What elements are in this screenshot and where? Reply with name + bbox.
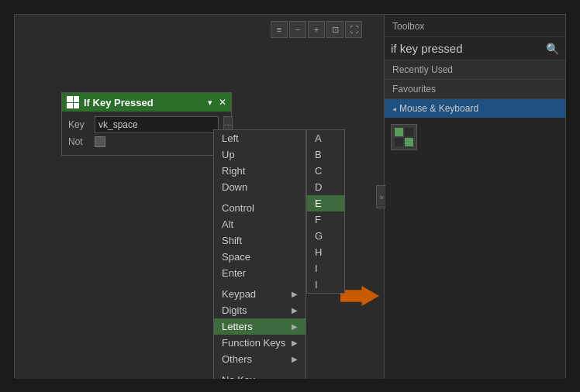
menu-item-function-keys[interactable]: Function Keys ▶	[214, 335, 306, 351]
node-header: If Key Pressed ▾ ✕	[62, 93, 231, 112]
toolbox-search-row: if key pressed 🔍	[385, 37, 565, 60]
menu-item-letters[interactable]: Letters ▶	[214, 318, 306, 335]
canvas-toolbar: ≡ − + ⊡ ⛶	[271, 21, 362, 38]
menu-item-enter[interactable]: Enter	[214, 265, 306, 281]
function-keys-submenu-arrow: ▶	[292, 339, 298, 347]
node-body: Key ⋯ Not	[62, 112, 231, 155]
menu-item-alt[interactable]: Alt	[214, 216, 306, 232]
node-icon	[67, 96, 79, 108]
not-row: Not	[68, 136, 225, 147]
node-block: If Key Pressed ▾ ✕ Key ⋯ Not	[61, 92, 232, 156]
key-input[interactable]	[95, 116, 219, 133]
zoom-in-btn[interactable]: +	[308, 21, 325, 38]
fullscreen-btn[interactable]: ⛶	[345, 21, 362, 38]
arrow-shape	[340, 286, 379, 306]
sub-menu-item-c[interactable]: C	[307, 163, 344, 179]
menu-item-space[interactable]: Space	[214, 249, 306, 265]
main-dropdown-menu: Left Up Right Down Control Alt Shift Sp	[213, 129, 306, 379]
sub-menu-item-f[interactable]: F	[307, 211, 344, 228]
menu-item-right[interactable]: Right	[214, 163, 306, 179]
key-label: Key	[68, 119, 90, 130]
menu-item-control[interactable]: Control	[214, 200, 306, 216]
node-dropdown-arrow[interactable]: ▾	[208, 98, 212, 108]
menu-item-digits[interactable]: Digits ▶	[214, 302, 306, 318]
toolbox-items-grid	[385, 118, 565, 156]
toolbox-header: Toolbox	[385, 15, 565, 37]
canvas-area: ≡ − + ⊡ ⛶ If Key Pressed ▾ ✕ Key	[15, 15, 385, 379]
others-submenu-arrow: ▶	[292, 355, 298, 363]
fit-btn[interactable]: ⊡	[326, 21, 344, 38]
arrow-indicator	[340, 286, 379, 306]
menu-item-left[interactable]: Left	[214, 130, 306, 146]
toolbox-favourites-btn[interactable]: Favourites	[385, 80, 565, 99]
toolbox-recently-used-btn[interactable]: Recently Used	[385, 60, 565, 80]
toolbox-category-arrow: ◂	[392, 105, 396, 113]
menu-item-up[interactable]: Up	[214, 146, 306, 163]
collapse-panel-btn[interactable]: »	[376, 185, 385, 208]
toolbox-category-label: Mouse & Keyboard	[399, 103, 478, 114]
toolbox-search-icon[interactable]: 🔍	[546, 43, 559, 55]
main-window: ≡ − + ⊡ ⛶ If Key Pressed ▾ ✕ Key	[14, 14, 566, 378]
menu-item-shift[interactable]: Shift	[214, 232, 306, 249]
letters-submenu: A B C D E F G H I	[306, 129, 345, 294]
sub-menu-item-h[interactable]: H	[307, 244, 344, 260]
sub-menu-item-g[interactable]: G	[307, 228, 344, 244]
sub-menu-item-i[interactable]: I	[307, 260, 344, 277]
menu-item-others[interactable]: Others ▶	[214, 351, 306, 367]
toolbox-category-header: ◂ Mouse & Keyboard	[385, 99, 565, 118]
not-checkbox[interactable]	[95, 136, 105, 147]
menu-item-no-key[interactable]: No Key	[214, 372, 306, 379]
toolbox-search-text: if key pressed	[391, 42, 543, 55]
toolbox-panel: Toolbox if key pressed 🔍 Recently Used F…	[384, 15, 565, 379]
hamburger-btn[interactable]: ≡	[271, 21, 288, 38]
node-title: If Key Pressed	[84, 97, 203, 108]
menu-item-keypad[interactable]: Keypad ▶	[214, 286, 306, 302]
menu-item-down[interactable]: Down	[214, 179, 306, 195]
node-close-btn[interactable]: ✕	[219, 97, 226, 108]
digits-submenu-arrow: ▶	[292, 306, 298, 315]
sub-menu-item-a[interactable]: A	[307, 130, 344, 146]
sub-menu-item-b[interactable]: B	[307, 146, 344, 163]
not-label: Not	[68, 136, 90, 147]
toolbox-item-mouse-keyboard[interactable]	[391, 124, 417, 150]
sub-menu-item-d[interactable]: D	[307, 179, 344, 195]
sub-menu-item-i2[interactable]: I	[307, 277, 344, 293]
letters-submenu-arrow: ▶	[292, 322, 298, 331]
sub-menu-item-e[interactable]: E	[307, 195, 344, 211]
key-row: Key ⋯	[68, 116, 225, 133]
zoom-out-btn[interactable]: −	[289, 21, 306, 38]
keypad-submenu-arrow: ▶	[292, 290, 298, 298]
